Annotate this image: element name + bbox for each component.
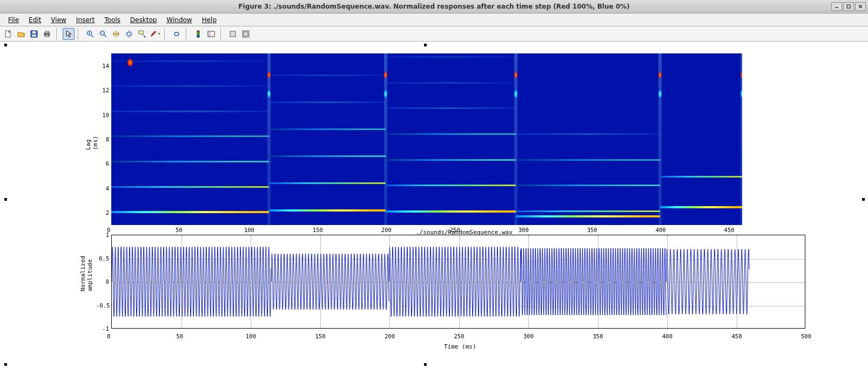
- axes1-ytick: 2: [102, 209, 109, 216]
- axes2-xtick: 350: [593, 333, 603, 339]
- axes2-xtick: 400: [662, 333, 672, 339]
- svg-point-22: [144, 36, 146, 37]
- toolbar-separator: [56, 28, 59, 40]
- link-plot-button[interactable]: [171, 28, 183, 40]
- axes1-xtick: 450: [724, 227, 735, 233]
- waveform-axes[interactable]: [111, 235, 805, 329]
- svg-rect-7: [32, 35, 36, 37]
- data-cursor-button[interactable]: [136, 28, 148, 40]
- axes1-ytick: 10: [102, 112, 109, 118]
- show-plot-tools-button[interactable]: [240, 28, 252, 40]
- toolbar-separator: [164, 28, 167, 40]
- axes1-xtick: 300: [519, 227, 529, 233]
- menu-window[interactable]: Window: [162, 14, 197, 26]
- resize-handle-icon: [424, 363, 427, 366]
- pan-button[interactable]: [110, 28, 122, 40]
- svg-line-12: [91, 35, 93, 37]
- zoom-out-button[interactable]: [97, 28, 109, 40]
- new-figure-button[interactable]: [2, 28, 14, 40]
- menu-view[interactable]: View: [46, 14, 71, 26]
- axes2-ylabel: Normalized amplitude: [79, 281, 93, 291]
- axes2-xtick: 50: [177, 333, 184, 339]
- edit-plot-button[interactable]: [63, 28, 75, 40]
- insert-colorbar-button[interactable]: [192, 28, 204, 40]
- axes2-xtick: 500: [801, 333, 811, 339]
- axes2-ytick: -1: [96, 325, 109, 332]
- menu-help[interactable]: Help: [197, 14, 221, 26]
- axes1-xtick: 350: [587, 227, 597, 233]
- hide-plot-tools-button[interactable]: [227, 28, 239, 40]
- svg-line-16: [104, 35, 106, 37]
- save-figure-button[interactable]: [28, 28, 40, 40]
- zoom-in-button[interactable]: [84, 28, 96, 40]
- axes1-ytick: 14: [102, 63, 109, 69]
- axes2-xtick: 100: [246, 333, 256, 339]
- toolbar-separator: [78, 28, 81, 40]
- menu-desktop[interactable]: Desktop: [125, 14, 162, 26]
- svg-rect-6: [32, 31, 36, 33]
- svg-rect-1: [847, 5, 850, 8]
- axes1-ytick: 6: [102, 160, 109, 167]
- axes1-xtick: 150: [313, 227, 323, 233]
- resize-handle-icon: [862, 198, 865, 201]
- axes1-xtick: 50: [176, 227, 183, 233]
- axes1-ytick: 4: [102, 185, 109, 192]
- figure-canvas[interactable]: Lag (ms) ./sounds/RandomSequence.wav Nor…: [0, 42, 868, 368]
- close-button[interactable]: [855, 2, 866, 11]
- axes1-xtick: 200: [381, 227, 392, 233]
- toolbar: [0, 26, 868, 42]
- menubar: File Edit View Insert Tools Desktop Wind…: [0, 13, 868, 26]
- svg-marker-23: [158, 33, 160, 35]
- resize-handle-icon: [4, 198, 7, 201]
- axes2-ytick: 1: [96, 231, 109, 238]
- axes2-xlabel: Time (ms): [444, 343, 476, 350]
- open-file-button[interactable]: [15, 28, 27, 40]
- menu-tools[interactable]: Tools: [99, 14, 125, 26]
- resize-handle-icon: [4, 44, 7, 46]
- maximize-button[interactable]: [843, 2, 854, 11]
- menu-insert[interactable]: Insert: [71, 14, 99, 26]
- axes1-xtick: 400: [656, 227, 666, 233]
- axes1-ylabel: Lag (ms): [85, 139, 99, 150]
- axes2-xtick: 250: [454, 333, 465, 339]
- brush-button[interactable]: [149, 28, 161, 40]
- axes2-xtick: 0: [107, 333, 110, 339]
- axes1-xtick: 250: [450, 227, 460, 233]
- svg-rect-10: [45, 35, 49, 37]
- rotate3d-button[interactable]: [123, 28, 135, 40]
- print-figure-button[interactable]: [41, 28, 53, 40]
- svg-rect-24: [197, 31, 199, 37]
- axes1-ytick: 8: [102, 136, 109, 142]
- svg-point-18: [126, 32, 132, 36]
- resize-handle-icon: [424, 44, 427, 46]
- axes2-xtick: 150: [315, 333, 326, 339]
- axes2-ytick: -0.5: [96, 302, 109, 309]
- svg-rect-20: [139, 31, 143, 34]
- resize-handle-icon: [4, 363, 7, 366]
- toolbar-separator: [220, 28, 224, 40]
- axes2-ytick: 0: [96, 278, 109, 285]
- axes2-ytick: 0.5: [96, 255, 109, 262]
- window-titlebar: Figure 3: ./sounds/RandomSequence.wav. N…: [0, 0, 868, 13]
- axes2-xtick: 200: [385, 333, 395, 339]
- axes1-ytick: 12: [102, 87, 109, 93]
- svg-rect-28: [230, 31, 235, 37]
- menu-edit[interactable]: Edit: [24, 14, 46, 26]
- insert-legend-button[interactable]: [205, 28, 217, 40]
- window-title: Figure 3: ./sounds/RandomSequence.wav. N…: [0, 3, 868, 10]
- svg-rect-25: [208, 31, 214, 37]
- axes2-xtick: 450: [732, 333, 742, 339]
- lag-heatmap-axes[interactable]: [111, 53, 742, 225]
- menu-file[interactable]: File: [3, 14, 24, 26]
- toolbar-separator: [186, 28, 189, 40]
- axes1-xtick: 100: [244, 227, 254, 233]
- axes2-xtick: 300: [523, 333, 534, 339]
- minimize-button[interactable]: [831, 2, 842, 11]
- svg-point-19: [127, 31, 131, 37]
- svg-rect-9: [45, 31, 49, 33]
- svg-rect-30: [244, 32, 248, 36]
